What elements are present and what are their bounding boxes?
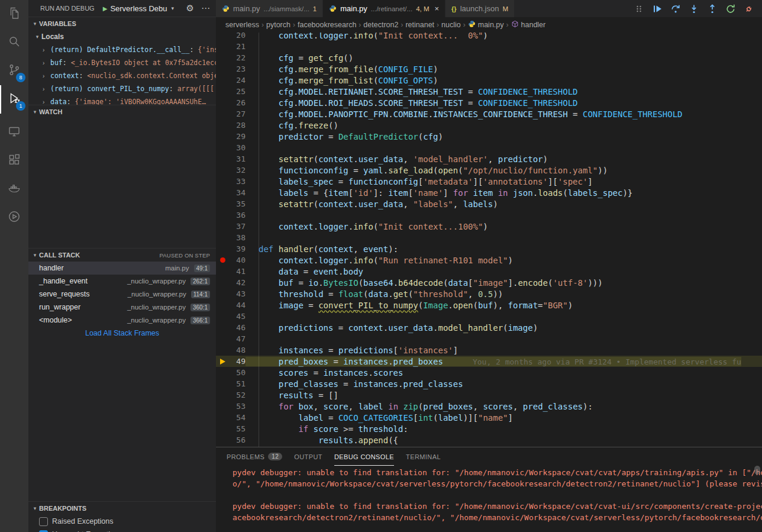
code-line[interactable]: 30 (216, 142, 762, 153)
code-line[interactable]: 54 label = COCO_CATEGORIES[int(label)]["… (216, 412, 762, 423)
panel-tab-problems[interactable]: PROBLEMS12 (227, 447, 282, 466)
editor-tab[interactable]: {}launch.jsonM (445, 0, 515, 17)
step-over-button[interactable] (670, 3, 682, 15)
breakpoint-checkbox[interactable]: ✓ (39, 530, 48, 532)
call-stack-frame[interactable]: serve_requests_nuclio_wrapper.py114:1 (28, 288, 216, 301)
code-line[interactable]: 45 (216, 311, 762, 322)
breadcrumb-item[interactable]: handler (511, 20, 546, 30)
start-debugging-icon[interactable]: ▶ (103, 5, 108, 12)
code-line[interactable]: 47 (216, 333, 762, 344)
call-stack-frame[interactable]: <module>_nuclio_wrapper.py366:1 (28, 314, 216, 327)
code-line[interactable]: 25 cfg.MODEL.RETINANET.SCORE_THRESH_TEST… (216, 86, 762, 97)
activity-bar-item-extensions[interactable] (0, 147, 28, 175)
activity-bar-item-explorer[interactable] (0, 0, 28, 28)
code-line[interactable]: 23 cfg.merge_from_file(CONFIG_FILE) (216, 63, 762, 75)
code-line[interactable]: 35 setattr(context.user_data, "labels", … (216, 198, 762, 209)
variables-scope-locals[interactable]: ▾ Locals (28, 30, 216, 43)
code-line[interactable]: 55 if score >= threshold: (216, 423, 762, 434)
call-stack-frame[interactable]: run_wrapper_nuclio_wrapper.py360:1 (28, 301, 216, 314)
panel-scrollbar[interactable] (754, 466, 760, 475)
code-line[interactable]: 43 threshold = float(data.get("threshold… (216, 288, 762, 299)
code-line[interactable]: 26 cfg.MODEL.ROI_HEADS.SCORE_THRESH_TEST… (216, 97, 762, 108)
toolbar-drag-grip[interactable] (633, 3, 645, 15)
call-stack-section-header[interactable]: ▾ CALL STACK PAUSED ON STEP (28, 249, 216, 262)
expand-arrow-icon[interactable]: › (43, 99, 50, 105)
activity-bar-item-remote-explorer[interactable] (0, 118, 28, 147)
call-stack-frame[interactable]: _handle_event_nuclio_wrapper.py262:1 (28, 275, 216, 288)
load-all-stack-frames-link[interactable]: Load All Stack Frames (28, 327, 216, 340)
call-stack-frame[interactable]: handlermain.py49:1 (28, 262, 216, 275)
code-line[interactable]: 40 context.logger.info("Run retinanet-R1… (216, 254, 762, 266)
gear-icon[interactable]: ⚙ (186, 3, 194, 14)
watch-section-header[interactable]: ▾ WATCH (28, 105, 216, 118)
code-line[interactable]: 29 predictor = DefaultPredictor(cfg) (216, 131, 762, 142)
debug-config-dropdown[interactable]: ▶ Serverless Debu ▾ (103, 4, 174, 13)
continue-button[interactable] (651, 3, 663, 15)
code-line[interactable]: 51 pred_classes = instances.pred_classes (216, 378, 762, 389)
code-line[interactable]: 32 functionconfig = yaml.safe_load(open(… (216, 165, 762, 176)
code-line[interactable]: 33 labels_spec = functionconfig['metadat… (216, 176, 762, 187)
code-line[interactable]: 42 buf = io.BytesIO(base64.b64decode(dat… (216, 277, 762, 288)
current-line-arrow-icon[interactable] (216, 359, 229, 365)
breadcrumb-item[interactable]: facebookresearch (298, 21, 356, 29)
breakpoints-section-header[interactable]: ▾ BREAKPOINTS (28, 502, 216, 515)
editor-tab[interactable]: main.py.../retinanet/...4, M× (323, 0, 445, 17)
code-line[interactable]: 27 cfg.MODEL.PANOPTIC_FPN.COMBINE.INSTAN… (216, 108, 762, 120)
expand-arrow-icon[interactable]: › (43, 60, 50, 66)
variables-section-header[interactable]: ▾ VARIABLES (28, 17, 216, 30)
breakpoint-item[interactable]: Raised Exceptions (28, 515, 216, 528)
code-line[interactable]: 36 (216, 209, 762, 221)
code-line[interactable]: 31 setattr(context.user_data, 'model_han… (216, 153, 762, 165)
variable-item[interactable]: ›data: {'image': 'iVBORw0KGgoAAAANSUhE… (28, 95, 216, 105)
breakpoint-item[interactable]: ✓Uncaught Exceptions (28, 528, 216, 532)
panel-tab-debug-console[interactable]: DEBUG CONSOLE (334, 447, 394, 466)
more-actions-icon[interactable]: ⋯ (201, 3, 210, 14)
breadcrumb-item[interactable]: serverless (225, 21, 259, 29)
breakpoint-checkbox[interactable] (39, 517, 48, 526)
code-line[interactable]: 50 scores = instances.scores (216, 367, 762, 378)
debug-console-output[interactable]: pydev debugger: unable to find translati… (216, 466, 762, 532)
editor-tab[interactable]: main.py.../siammask/...1 (216, 0, 323, 17)
variable-item[interactable]: ›context: <nuclio_sdk.context.Context ob… (28, 69, 216, 82)
step-out-button[interactable] (706, 3, 718, 15)
code-line[interactable]: 34 labels = {item['id']: item['name'] fo… (216, 187, 762, 198)
code-line[interactable]: 21 (216, 41, 762, 52)
expand-arrow-icon[interactable]: › (43, 47, 50, 53)
code-editor[interactable]: 20 context.logger.info("Init context... … (216, 33, 762, 447)
code-line[interactable]: 49 pred_boxes = instances.pred_boxesYou,… (216, 356, 762, 367)
breadcrumb-item[interactable]: main.py (468, 20, 504, 30)
breadcrumb-item[interactable]: detectron2 (363, 21, 398, 29)
breadcrumb-item[interactable]: retinanet (405, 21, 434, 29)
code-line[interactable]: 22 cfg = get_cfg() (216, 52, 762, 63)
expand-arrow-icon[interactable]: › (43, 73, 50, 79)
variable-item[interactable]: ›(return) DefaultPredictor.__call__: {'i… (28, 43, 216, 56)
close-icon[interactable]: × (435, 4, 440, 13)
panel-tab-output[interactable]: OUTPUT (294, 447, 322, 466)
code-line[interactable]: 41 data = event.body (216, 266, 762, 277)
code-line[interactable]: 28 cfg.freeze() (216, 120, 762, 131)
code-line[interactable]: 52 results = [] (216, 389, 762, 401)
code-line[interactable]: 56 results.append({ (216, 434, 762, 446)
code-line[interactable]: 48 instances = predictions['instances'] (216, 344, 762, 356)
activity-bar-item-docker[interactable] (0, 175, 28, 204)
activity-bar-item-run-debug[interactable]: 1 (0, 85, 28, 114)
code-line[interactable]: 53 for box, score, label in zip(pred_box… (216, 401, 762, 412)
code-line[interactable]: 20 context.logger.info("Init context... … (216, 33, 762, 41)
activity-bar-item-run-circle[interactable] (0, 204, 28, 232)
breadcrumb-item[interactable]: nuclio (441, 21, 461, 29)
code-line[interactable]: 46 predictions = context.user_data.model… (216, 322, 762, 333)
disconnect-button[interactable] (743, 3, 755, 15)
variable-item[interactable]: ›buf: <_io.BytesIO object at 0x7f5a2dc1e… (28, 56, 216, 69)
code-line[interactable]: 24 cfg.merge_from_list(CONFIG_OPTS) (216, 75, 762, 86)
expand-arrow-icon[interactable]: › (43, 86, 50, 92)
variable-item[interactable]: ›(return) convert_PIL_to_numpy: array([[… (28, 82, 216, 95)
code-line[interactable]: 38 (216, 232, 762, 243)
activity-bar-item-source-control[interactable]: 8 (0, 57, 28, 85)
step-into-button[interactable] (688, 3, 700, 15)
code-line[interactable]: 44 image = convert_PIL_to_numpy(Image.op… (216, 299, 762, 311)
code-line[interactable]: 39def handler(context, event): (216, 243, 762, 254)
code-line[interactable]: 37 context.logger.info("Init context...1… (216, 221, 762, 232)
breakpoint-icon[interactable] (216, 257, 229, 263)
panel-tab-terminal[interactable]: TERMINAL (406, 447, 441, 466)
restart-button[interactable] (725, 3, 737, 15)
